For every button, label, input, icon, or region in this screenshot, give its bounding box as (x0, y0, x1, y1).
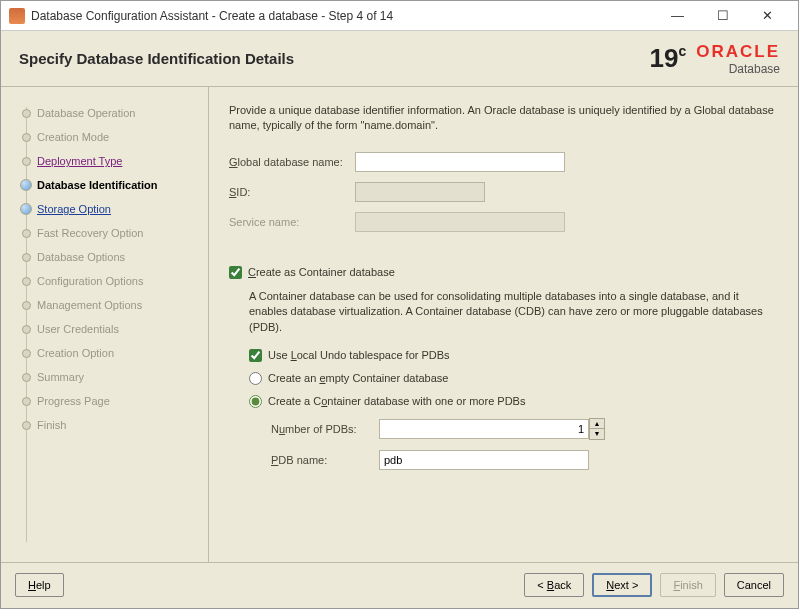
close-button[interactable]: ✕ (745, 2, 790, 30)
step-dot-icon (22, 253, 31, 262)
sid-input[interactable] (355, 182, 485, 202)
sidebar-step-label: Finish (37, 419, 66, 431)
content-pane: Provide a unique database identifier inf… (209, 87, 798, 562)
sidebar-step-13: Finish (19, 413, 208, 437)
java-icon (9, 8, 25, 24)
window-title: Database Configuration Assistant - Creat… (31, 9, 655, 23)
sidebar-step-2[interactable]: Deployment Type (19, 149, 208, 173)
create-container-label: Create as Container database (248, 266, 395, 278)
step-dot-icon (22, 277, 31, 286)
sidebar-step-9: User Credentials (19, 317, 208, 341)
num-pdbs-up-button[interactable]: ▲ (590, 419, 604, 429)
with-pdb-radio[interactable] (249, 395, 262, 408)
back-button[interactable]: < Back (524, 573, 584, 597)
maximize-button[interactable]: ☐ (700, 2, 745, 30)
step-dot-icon (22, 109, 31, 118)
sidebar-step-label: Fast Recovery Option (37, 227, 143, 239)
service-name-label: Service name: (229, 216, 355, 228)
sidebar-step-5: Fast Recovery Option (19, 221, 208, 245)
sidebar-step-label: Creation Mode (37, 131, 109, 143)
footer: Help < Back Next > Finish Cancel (1, 562, 798, 606)
empty-container-label: Create an empty Container database (268, 372, 448, 384)
minimize-button[interactable]: — (655, 2, 700, 30)
version-label: 19c (650, 43, 687, 74)
sidebar-step-10: Creation Option (19, 341, 208, 365)
global-db-label: Global database name: (229, 156, 355, 168)
step-dot-icon (22, 349, 31, 358)
sidebar-step-label: Management Options (37, 299, 142, 311)
sidebar-step-12: Progress Page (19, 389, 208, 413)
sid-label: SID: (229, 186, 355, 198)
titlebar: Database Configuration Assistant - Creat… (1, 1, 798, 31)
oracle-brand: 19c ORACLE Database (650, 42, 781, 76)
local-undo-checkbox[interactable] (249, 349, 262, 362)
sidebar-step-7: Configuration Options (19, 269, 208, 293)
sidebar-step-label: Database Options (37, 251, 125, 263)
step-dot-icon (22, 301, 31, 310)
pdb-name-label: PDB name: (271, 454, 379, 466)
sidebar-step-label: Database Operation (37, 107, 135, 119)
sidebar-step-label: Database Identification (37, 179, 157, 191)
wizard-sidebar: Database OperationCreation ModeDeploymen… (1, 87, 209, 562)
next-button[interactable]: Next > (592, 573, 652, 597)
sidebar-step-0: Database Operation (19, 101, 208, 125)
sidebar-step-1: Creation Mode (19, 125, 208, 149)
num-pdbs-down-button[interactable]: ▼ (590, 429, 604, 439)
service-name-input (355, 212, 565, 232)
num-pdbs-input[interactable] (379, 419, 589, 439)
finish-button: Finish (660, 573, 715, 597)
sidebar-step-label: Summary (37, 371, 84, 383)
step-dot-icon (22, 421, 31, 430)
sidebar-step-6: Database Options (19, 245, 208, 269)
sidebar-step-8: Management Options (19, 293, 208, 317)
step-dot-icon (20, 179, 32, 191)
step-dot-icon (22, 133, 31, 142)
help-button[interactable]: Help (15, 573, 64, 597)
step-dot-icon (22, 229, 31, 238)
sidebar-step-label: Creation Option (37, 347, 114, 359)
step-dot-icon (20, 203, 32, 215)
sidebar-step-label: Storage Option (37, 203, 111, 215)
pdb-name-input[interactable] (379, 450, 589, 470)
global-db-input[interactable] (355, 152, 565, 172)
page-header: Specify Database Identification Details … (1, 31, 798, 87)
step-dot-icon (22, 397, 31, 406)
dbca-window: Database Configuration Assistant - Creat… (0, 0, 799, 609)
container-description: A Container database can be used for con… (229, 289, 780, 335)
empty-container-radio[interactable] (249, 372, 262, 385)
sidebar-step-4[interactable]: Storage Option (19, 197, 208, 221)
num-pdbs-stepper[interactable]: ▲ ▼ (379, 418, 605, 440)
sidebar-step-label: User Credentials (37, 323, 119, 335)
cancel-button[interactable]: Cancel (724, 573, 784, 597)
page-title: Specify Database Identification Details (19, 50, 650, 67)
sidebar-step-11: Summary (19, 365, 208, 389)
sidebar-step-3: Database Identification (19, 173, 208, 197)
num-pdbs-label: Number of PDBs: (271, 423, 379, 435)
sidebar-step-label: Progress Page (37, 395, 110, 407)
oracle-logo: ORACLE Database (696, 42, 780, 76)
create-container-checkbox[interactable] (229, 266, 242, 279)
step-dot-icon (22, 373, 31, 382)
sidebar-step-label: Deployment Type (37, 155, 122, 167)
sidebar-step-label: Configuration Options (37, 275, 143, 287)
local-undo-label: Use Local Undo tablespace for PDBs (268, 349, 450, 361)
step-dot-icon (22, 157, 31, 166)
intro-text: Provide a unique database identifier inf… (229, 103, 780, 134)
step-dot-icon (22, 325, 31, 334)
with-pdb-label: Create a Container database with one or … (268, 395, 525, 407)
